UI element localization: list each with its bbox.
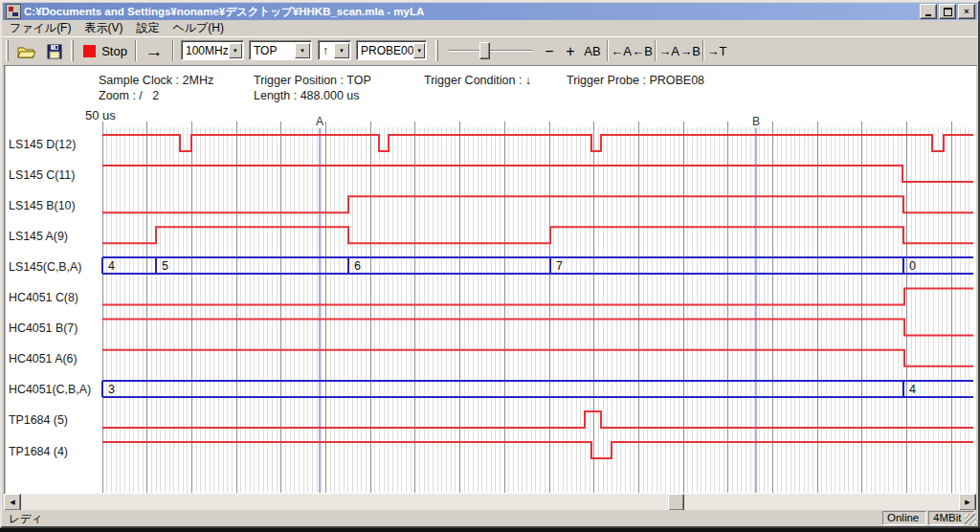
scrollbar-thumb[interactable] xyxy=(668,494,684,511)
goto-marker-a-right-button[interactable]: →A xyxy=(658,40,679,62)
trigger-position-value: TOP xyxy=(250,41,295,59)
titlebar: C:¥Documents and Settings¥noname¥デスクトップ¥… xyxy=(3,3,977,20)
trigger-probe-value: PROBE00 xyxy=(357,41,413,59)
goto-marker-a-left-button[interactable]: ←A xyxy=(611,40,632,62)
minimize-button[interactable] xyxy=(920,4,937,19)
dropdown-arrow-icon[interactable]: ▼ xyxy=(229,43,242,58)
toolbar-separator xyxy=(135,40,137,61)
info-sample-clock: Sample Clock : 2MHz xyxy=(99,74,213,87)
scroll-right-button[interactable]: ▶ xyxy=(959,494,976,511)
app-icon xyxy=(6,4,21,19)
info-trigger-condition: Trigger Condition : ↓ xyxy=(424,74,531,87)
right-triangle-icon: ▶ xyxy=(965,499,969,506)
close-icon: × xyxy=(964,8,969,16)
menu-help[interactable]: ヘルプ(H) xyxy=(166,19,231,37)
menubar: ファイル(F) 表示(V) 設定 ヘルプ(H) xyxy=(3,20,977,36)
timescale-label: 50 us xyxy=(85,108,116,122)
window-title: C:¥Documents and Settings¥noname¥デスクトップ¥… xyxy=(24,5,920,19)
zoom-slider-track[interactable] xyxy=(449,50,533,52)
run-button[interactable]: → xyxy=(140,40,168,62)
right-arrow-a-icon: →A xyxy=(658,44,679,58)
statusbar: レディ Online 4MBit xyxy=(3,510,977,526)
status-ready-text: レディ xyxy=(9,512,42,526)
waveform-client-area xyxy=(4,65,976,494)
horizontal-scrollbar[interactable]: ◀ ▶ xyxy=(4,494,976,510)
zoom-out-button[interactable]: − xyxy=(540,40,559,62)
trigger-probe-select[interactable]: PROBE00 ▼ xyxy=(356,40,427,60)
info-trigger-position: Trigger Position : TOP xyxy=(254,74,371,87)
dropdown-arrow-icon[interactable]: ▼ xyxy=(413,43,425,58)
channel-label: TP1684 (4) xyxy=(9,445,101,461)
open-button[interactable] xyxy=(14,40,39,62)
left-arrow-a-icon: ←A xyxy=(611,44,632,58)
goto-marker-b-right-button[interactable]: →B xyxy=(679,40,701,62)
zoom-slider-thumb[interactable] xyxy=(479,42,490,59)
ab-label: AB xyxy=(584,44,600,58)
info-zoom: Zoom : / 2 xyxy=(99,89,159,102)
info-length: Length : 488.000 us xyxy=(254,89,360,102)
stop-label: Stop xyxy=(101,44,127,58)
plus-icon: + xyxy=(566,43,574,60)
sample-clock-value: 100MHz xyxy=(182,41,229,59)
toolbar-separator xyxy=(607,40,609,61)
resize-grip[interactable] xyxy=(965,514,976,525)
right-arrow-t-icon: →T xyxy=(707,44,727,58)
menu-view[interactable]: 表示(V) xyxy=(78,19,129,37)
run-arrow-icon: → xyxy=(145,41,164,62)
toolbar-grip xyxy=(6,40,9,61)
channel-label: HC4051 A(6) xyxy=(9,352,101,368)
toolbar: Stop → 100MHz ▼ TOP ▼ ↑ ▼ PROBE00 ▼ − + … xyxy=(3,36,977,66)
sample-clock-select[interactable]: 100MHz ▼ xyxy=(181,40,244,60)
toolbar-grip xyxy=(71,40,74,61)
dropdown-arrow-icon[interactable]: ▼ xyxy=(295,43,310,58)
toolbar-grip xyxy=(435,40,438,61)
stop-icon xyxy=(83,45,96,57)
save-button[interactable] xyxy=(43,40,66,62)
zoom-in-button[interactable]: + xyxy=(561,40,580,62)
channel-label: HC4051(C,B,A) xyxy=(9,383,101,399)
right-arrow-b-icon: →B xyxy=(679,44,701,58)
save-floppy-icon xyxy=(47,44,62,59)
toolbar-separator xyxy=(655,40,657,61)
trigger-edge-value: ↑ xyxy=(319,41,334,59)
channel-label: LS145(C,B,A) xyxy=(9,260,101,277)
minimize-icon xyxy=(925,14,931,16)
channel-label: LS145 D(12) xyxy=(9,138,101,154)
menu-file[interactable]: ファイル(F) xyxy=(3,19,78,37)
scroll-left-button[interactable]: ◀ xyxy=(4,494,21,511)
menu-settings[interactable]: 設定 xyxy=(129,19,166,37)
channel-label: TP1684 (5) xyxy=(9,413,101,430)
channel-label: LS145 C(11) xyxy=(9,168,101,185)
ab-range-button[interactable]: AB xyxy=(581,40,604,62)
maximize-icon xyxy=(944,8,952,16)
maximize-button[interactable] xyxy=(939,4,956,19)
toolbar-separator xyxy=(172,40,174,61)
open-folder-icon xyxy=(17,44,36,59)
dropdown-arrow-icon[interactable]: ▼ xyxy=(334,43,349,58)
close-button[interactable]: × xyxy=(958,4,975,19)
channel-label: HC4051 C(8) xyxy=(9,291,101,307)
stop-button[interactable]: Stop xyxy=(79,40,131,62)
left-triangle-icon: ◀ xyxy=(10,499,14,506)
left-arrow-b-icon: ←B xyxy=(632,44,653,58)
channel-label: LS145 A(9) xyxy=(9,230,101,246)
toolbar-separator xyxy=(702,40,704,61)
trigger-edge-select[interactable]: ↑ ▼ xyxy=(318,40,351,60)
info-trigger-probe: Trigger Probe : PROBE08 xyxy=(567,74,704,87)
channel-label: HC4051 B(7) xyxy=(9,321,101,338)
status-online-panel: Online xyxy=(882,511,926,525)
channel-label: LS145 B(10) xyxy=(9,199,101,215)
goto-trigger-button[interactable]: →T xyxy=(706,40,727,62)
minus-icon: − xyxy=(545,43,553,60)
screen: C:¥Documents and Settings¥noname¥デスクトップ¥… xyxy=(0,0,980,532)
goto-marker-b-left-button[interactable]: ←B xyxy=(632,40,653,62)
trigger-position-select[interactable]: TOP ▼ xyxy=(249,40,312,60)
